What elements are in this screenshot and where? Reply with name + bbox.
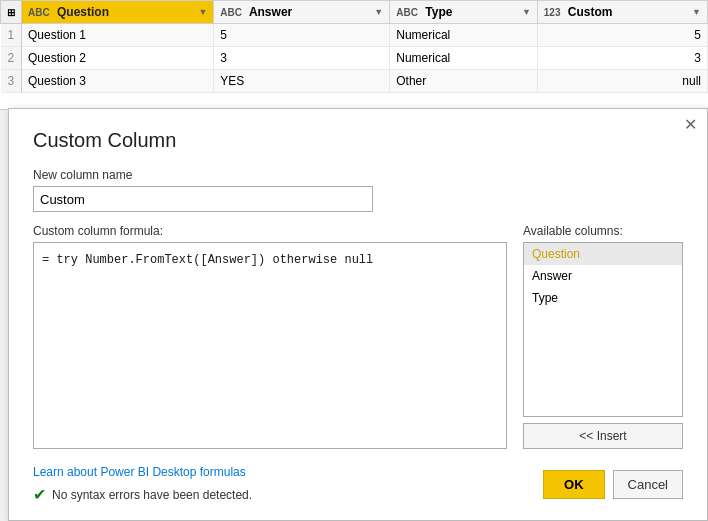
- col-answer-label: Answer: [249, 5, 292, 19]
- formula-right-panel: Available columns: Question Answer Type …: [523, 224, 683, 449]
- col-header-custom[interactable]: 123 Custom ▼: [537, 1, 707, 24]
- question-type-icon: ABC: [28, 7, 50, 18]
- available-col-type[interactable]: Type: [524, 287, 682, 309]
- data-table-area: ⊞ ABC Question ▼ ABC Answer ▼ A: [0, 0, 708, 110]
- col-type-label: Type: [425, 5, 452, 19]
- learn-link[interactable]: Learn about Power BI Desktop formulas: [33, 465, 252, 479]
- formula-label: Custom column formula:: [33, 224, 507, 238]
- col-header-question[interactable]: ABC Question ▼: [22, 1, 214, 24]
- custom-type-icon: 123: [544, 7, 561, 18]
- table-row: 2 Question 2 3 Numerical 3: [1, 47, 708, 70]
- col-header-answer[interactable]: ABC Answer ▼: [214, 1, 390, 24]
- formula-section: Custom column formula: = try Number.From…: [33, 224, 683, 449]
- answer-type-icon: ABC: [220, 7, 242, 18]
- row1-answer: 5: [214, 24, 390, 47]
- row3-answer: YES: [214, 70, 390, 93]
- ok-button[interactable]: OK: [543, 470, 605, 499]
- custom-column-dialog: ✕ Custom Column New column name Custom c…: [8, 108, 708, 521]
- type-col-dropdown[interactable]: ▼: [522, 7, 531, 17]
- col-question-label: Question: [57, 5, 109, 19]
- dialog-actions: OK Cancel: [543, 470, 683, 499]
- question-col-dropdown[interactable]: ▼: [198, 7, 207, 17]
- available-cols-list: Question Answer Type: [523, 242, 683, 417]
- row-num-2: 2: [1, 47, 22, 70]
- available-col-question[interactable]: Question: [524, 243, 682, 265]
- type-type-icon: ABC: [396, 7, 418, 18]
- formula-textarea[interactable]: = try Number.FromText([Answer]) otherwis…: [33, 242, 507, 449]
- table-row: 3 Question 3 YES Other null: [1, 70, 708, 93]
- col-header-type[interactable]: ABC Type ▼: [390, 1, 538, 24]
- dialog-footer: Learn about Power BI Desktop formulas ✔ …: [33, 465, 683, 504]
- row1-custom: 5: [537, 24, 707, 47]
- new-col-name-input[interactable]: [33, 186, 373, 212]
- row3-question: Question 3: [22, 70, 214, 93]
- status-text: No syntax errors have been detected.: [52, 488, 252, 502]
- answer-col-dropdown[interactable]: ▼: [374, 7, 383, 17]
- col-custom-label: Custom: [568, 5, 613, 19]
- insert-button[interactable]: << Insert: [523, 423, 683, 449]
- cancel-button[interactable]: Cancel: [613, 470, 683, 499]
- row-num-1: 1: [1, 24, 22, 47]
- status-area: ✔ No syntax errors have been detected.: [33, 485, 252, 504]
- data-table: ⊞ ABC Question ▼ ABC Answer ▼ A: [0, 0, 708, 93]
- row2-question: Question 2: [22, 47, 214, 70]
- row3-custom: null: [537, 70, 707, 93]
- formula-left-panel: Custom column formula: = try Number.From…: [33, 224, 507, 449]
- row-num-3: 3: [1, 70, 22, 93]
- row1-question: Question 1: [22, 24, 214, 47]
- custom-col-dropdown[interactable]: ▼: [692, 7, 701, 17]
- row1-type: Numerical: [390, 24, 538, 47]
- row2-answer: 3: [214, 47, 390, 70]
- row3-type: Other: [390, 70, 538, 93]
- check-icon: ✔: [33, 485, 46, 504]
- row2-custom: 3: [537, 47, 707, 70]
- dialog-title: Custom Column: [33, 129, 683, 152]
- available-cols-label: Available columns:: [523, 224, 683, 238]
- available-col-answer[interactable]: Answer: [524, 265, 682, 287]
- row2-type: Numerical: [390, 47, 538, 70]
- close-icon[interactable]: ✕: [684, 117, 697, 133]
- table-row: 1 Question 1 5 Numerical 5: [1, 24, 708, 47]
- new-col-name-label: New column name: [33, 168, 683, 182]
- table-icon: ⊞: [7, 7, 15, 18]
